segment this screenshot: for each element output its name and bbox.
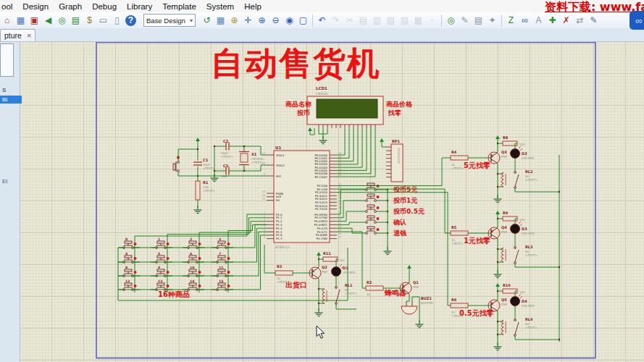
redraw-icon[interactable]: ↺ <box>201 14 214 27</box>
toolbar-group-file: ⌂▦▣◀◎▤$▭▯? <box>0 14 138 27</box>
zoom-all-icon[interactable]: ◉ <box>283 14 296 27</box>
object-selector-strip: S BI EI <box>0 41 20 362</box>
chevron-down-icon: ▾ <box>190 17 193 24</box>
menu-graph[interactable]: Graph <box>54 1 87 12</box>
help-icon[interactable]: ? <box>125 15 136 26</box>
toolbar-separator <box>441 14 442 27</box>
console-icon[interactable]: ▭ <box>97 14 110 27</box>
grid-toggle-icon[interactable]: ▦ <box>214 14 227 27</box>
tools-icon[interactable]: ✦ <box>486 14 499 27</box>
home-icon[interactable]: ⌂ <box>1 14 14 27</box>
block-move-icon: ▨ <box>398 14 411 27</box>
zoom-in-icon[interactable]: ⊕ <box>256 14 269 27</box>
goto-sheet-icon[interactable]: ⇄ <box>574 14 587 27</box>
selector-item-selected[interactable]: BI <box>0 96 22 104</box>
undo-icon[interactable]: ↶ <box>316 14 329 27</box>
menu-tool[interactable]: ool <box>0 1 17 12</box>
simulate-icon[interactable]: ◀ <box>42 14 55 27</box>
property-assign-icon[interactable]: A <box>532 14 545 27</box>
pcb-layout-icon[interactable]: ▣ <box>28 14 41 27</box>
redo-icon: ↷ <box>330 14 343 27</box>
tab-bar: pture × <box>0 28 644 42</box>
menu-template[interactable]: Template <box>157 1 201 12</box>
close-icon[interactable]: × <box>27 31 31 40</box>
menu-items: oolDesignGraphDebugLibraryTemplateSystem… <box>0 1 267 12</box>
library-icon[interactable]: ▤ <box>70 14 83 27</box>
proteus-window: { "window": { "menu_items": [ {"id":"men… <box>0 0 644 362</box>
zoom-area-icon[interactable]: ▢ <box>297 14 310 27</box>
remove-sheet-icon[interactable]: ✗ <box>560 14 573 27</box>
design-select[interactable]: Base Design ▾ <box>143 14 196 27</box>
toolbar-separator <box>501 14 502 27</box>
menu-bar: oolDesignGraphDebugLibraryTemplateSystem… <box>0 0 644 12</box>
schematic-title: 自动售货机 <box>211 42 381 85</box>
paste-icon: ▥ <box>371 14 384 27</box>
cut-icon: ✂ <box>343 14 356 27</box>
overlay-share-icon[interactable]: ∞ <box>630 11 644 30</box>
zoom-out-icon[interactable]: ⊖ <box>269 14 283 27</box>
copy-icon: ▤ <box>357 14 370 27</box>
exit-icon[interactable]: ✎ <box>587 14 601 27</box>
menu-library[interactable]: Library <box>122 1 157 12</box>
block-rotate-icon: ▩ <box>412 14 425 27</box>
new-project-icon[interactable]: ▦ <box>14 14 28 27</box>
selector-item[interactable]: S <box>2 87 6 93</box>
menu-system[interactable]: System <box>201 1 239 12</box>
tab-schematic-capture[interactable]: pture × <box>0 29 35 41</box>
pan-icon[interactable]: ✛ <box>242 14 255 27</box>
block-delete-icon: ▫ <box>426 14 439 27</box>
block-copy-icon: ▧ <box>385 14 398 27</box>
selector-item-label: BI <box>2 96 8 103</box>
toolbar-separator <box>312 14 313 27</box>
wire-autoroute-icon[interactable]: Z <box>505 14 518 27</box>
design-explorer-icon[interactable]: ▤ <box>472 14 485 27</box>
overview-window <box>0 43 14 77</box>
selector-item[interactable]: EI <box>2 178 8 185</box>
bom-icon[interactable]: $ <box>83 14 96 27</box>
schematic-canvas[interactable] <box>20 41 644 362</box>
origin-icon[interactable]: ⊕ <box>228 14 241 27</box>
property-tool-icon[interactable]: ✎ <box>459 14 472 27</box>
find-part-icon[interactable]: ◎ <box>445 14 458 27</box>
toolbar: ⌂▦▣◀◎▤$▭▯? Base Design ▾ ↺▦⊕✛⊕⊖◉▢↶↷✂▤▥▧▨… <box>0 12 644 29</box>
zoom-part-icon[interactable]: ◎ <box>56 14 69 27</box>
search-icon[interactable]: ∞ <box>519 14 532 27</box>
tab-label: pture <box>4 31 22 40</box>
toolbar-groups: ↺▦⊕✛⊕⊖◉▢↶↷✂▤▥▧▨▩▫◎✎▤✦Z∞A✚✗⇄✎ <box>200 14 601 27</box>
add-sheet-icon[interactable]: ✚ <box>546 14 559 27</box>
menu-help[interactable]: Help <box>239 1 267 12</box>
menu-design[interactable]: Design <box>17 1 54 12</box>
menu-debug[interactable]: Debug <box>87 1 122 12</box>
new-sheet-doc-icon[interactable]: ▯ <box>111 14 124 27</box>
design-select-value: Base Design <box>146 17 185 25</box>
